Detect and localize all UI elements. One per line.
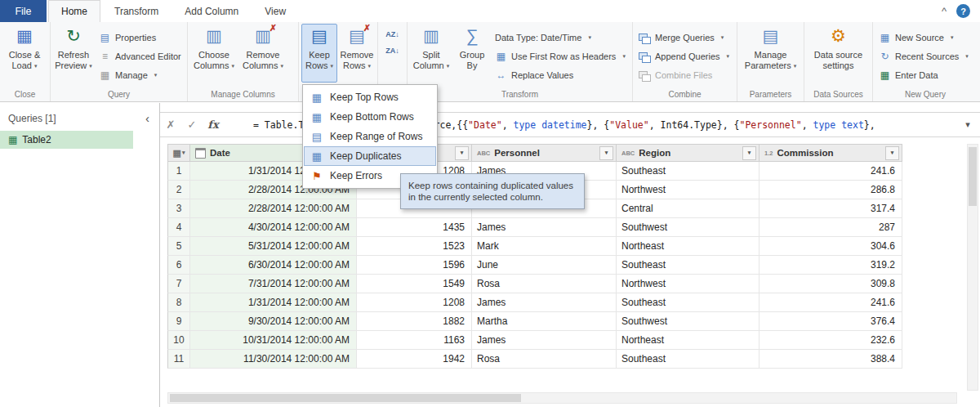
cell-region[interactable]: Northeast (617, 237, 760, 256)
cell-value[interactable]: 1596 (357, 256, 472, 275)
cell-personnel[interactable]: Martha (472, 312, 617, 331)
cell-commission[interactable]: 241.6 (760, 293, 902, 312)
row-number[interactable]: 2 (167, 181, 190, 199)
row-number[interactable]: 8 (167, 293, 190, 312)
manage-parameters-button[interactable]: ▤ Manage Parameters▾ (744, 24, 798, 83)
cell-region[interactable]: Southwest (617, 218, 760, 237)
cell-date[interactable]: 1/31/2014 12:00:00 AM (190, 293, 357, 312)
cell-commission[interactable]: 286.8 (760, 181, 902, 199)
cell-personnel[interactable]: June (472, 256, 617, 275)
cell-commission[interactable]: 376.4 (760, 312, 902, 331)
column-header-region[interactable]: ABC Region ▾ (617, 144, 760, 162)
cell-region[interactable]: Central (617, 199, 760, 218)
horizontal-scrollbar-thumb[interactable] (170, 394, 521, 402)
data-type-button[interactable]: Data Type: Date/Time ▾ (492, 29, 629, 46)
row-number[interactable]: 9 (167, 312, 190, 331)
tab-transform[interactable]: Transform (102, 0, 171, 22)
append-queries-button[interactable]: Append Queries ▾ (635, 47, 733, 65)
menu-item-keep-duplicates[interactable]: ▦ Keep Duplicates (304, 146, 436, 166)
cell-region[interactable]: Southeast (617, 350, 760, 369)
cell-commission[interactable]: 304.6 (760, 237, 902, 256)
cell-value[interactable]: 1435 (357, 218, 472, 237)
cell-commission[interactable]: 309.8 (760, 275, 902, 293)
cell-commission[interactable]: 388.4 (760, 350, 902, 369)
keep-rows-button[interactable]: ▤ Keep Rows▾ (301, 24, 337, 83)
cell-date[interactable]: 9/30/2014 12:00:00 AM (190, 312, 357, 331)
tab-add-column[interactable]: Add Column (172, 0, 251, 22)
filter-button[interactable]: ▾ (455, 146, 469, 160)
query-item-table2[interactable]: ▦ Table2 (0, 131, 133, 149)
horizontal-scrollbar[interactable] (167, 392, 957, 404)
cell-region[interactable]: Northwest (617, 181, 760, 199)
cell-date[interactable]: 4/30/2014 12:00:00 AM (190, 218, 357, 237)
cell-personnel[interactable]: Mark (472, 237, 617, 256)
cell-value[interactable]: 1163 (357, 331, 472, 350)
use-first-row-as-headers-button[interactable]: ▦ Use First Row as Headers ▾ (492, 47, 629, 65)
select-all-button[interactable]: ▦ ▾ (167, 144, 190, 162)
cell-commission[interactable]: 317.4 (760, 199, 902, 218)
sort-descending-button[interactable]: ZA↓ (381, 42, 404, 59)
tab-view[interactable]: View (252, 0, 298, 22)
cell-value[interactable]: 1882 (357, 312, 472, 331)
cell-date[interactable]: 10/31/2014 12:00:00 AM (190, 331, 357, 350)
cell-value[interactable]: 1208 (357, 293, 472, 312)
filter-button[interactable]: ▾ (885, 146, 899, 160)
sort-ascending-button[interactable]: AZ↓ (381, 26, 404, 42)
refresh-preview-button[interactable]: ↻ Refresh Preview▾ (53, 24, 94, 83)
group-by-button[interactable]: ∑ Group By (454, 24, 490, 83)
cell-date[interactable]: 11/30/2014 12:00:00 AM (190, 350, 357, 369)
tab-home[interactable]: Home (48, 0, 100, 23)
cell-date[interactable]: 5/31/2014 12:00:00 AM (190, 237, 357, 256)
cell-personnel[interactable]: James (472, 293, 617, 312)
close-and-load-button[interactable]: ▦ Close & Load▾ (2, 24, 47, 83)
vertical-scrollbar-thumb[interactable] (969, 147, 977, 206)
recent-sources-button[interactable]: ↻ Recent Sources ▾ (875, 47, 972, 65)
enter-data-button[interactable]: ▦ Enter Data (875, 66, 972, 83)
cell-personnel[interactable]: James (472, 218, 617, 237)
filter-button[interactable]: ▾ (742, 146, 756, 160)
cell-personnel[interactable]: Rosa (472, 350, 617, 369)
cell-commission[interactable]: 232.6 (760, 331, 902, 350)
cell-value[interactable]: 1523 (357, 237, 472, 256)
cell-date[interactable]: 7/31/2014 12:00:00 AM (190, 275, 357, 293)
cell-commission[interactable]: 319.2 (760, 256, 902, 275)
choose-columns-button[interactable]: ▥ Choose Columns▾ (190, 24, 238, 83)
formula-commit-icon[interactable]: ✓ (181, 119, 203, 131)
cell-date[interactable]: 2/28/2014 12:00:00 AM (190, 199, 357, 218)
cell-date[interactable]: 6/30/2014 12:00:00 AM (190, 256, 357, 275)
cell-region[interactable]: Southeast (617, 256, 760, 275)
cell-commission[interactable]: 241.6 (760, 162, 902, 181)
menu-item-keep-range-of-rows[interactable]: ▤ Keep Range of Rows (304, 127, 436, 146)
cell-personnel[interactable]: Rosa (472, 275, 617, 293)
file-menu-button[interactable]: File (0, 0, 47, 22)
cell-region[interactable]: Southeast (617, 293, 760, 312)
split-column-button[interactable]: ▥ Split Column▾ (410, 24, 452, 83)
formula-expand-icon[interactable]: ▾ (956, 119, 980, 130)
row-number[interactable]: 10 (167, 331, 190, 350)
manage-button[interactable]: ▦ Manage ▾ (96, 66, 185, 83)
row-number[interactable]: 11 (167, 350, 190, 369)
remove-columns-button[interactable]: ▥✗ Remove Columns▾ (239, 24, 287, 83)
row-number[interactable]: 4 (167, 218, 190, 237)
row-number[interactable]: 5 (167, 237, 190, 256)
cell-region[interactable]: Northeast (617, 331, 760, 350)
vertical-scrollbar[interactable] (967, 144, 978, 391)
menu-item-keep-bottom-rows[interactable]: ▦ Keep Bottom Rows (304, 107, 436, 127)
filter-button[interactable]: ▾ (599, 146, 613, 160)
combine-files-button[interactable]: Combine Files (635, 66, 733, 83)
remove-rows-button[interactable]: ▤✗ Remove Rows▾ (339, 24, 375, 83)
menu-item-keep-top-rows[interactable]: ▦ Keep Top Rows (304, 87, 436, 107)
advanced-editor-button[interactable]: ≡ Advanced Editor (96, 47, 185, 65)
row-number[interactable]: 3 (167, 199, 190, 218)
column-header-personnel[interactable]: ABC Personnel ▾ (472, 144, 617, 162)
help-icon[interactable]: ? (956, 4, 970, 18)
cell-region[interactable]: Southwest (617, 312, 760, 331)
cell-commission[interactable]: 287 (760, 218, 902, 237)
row-number[interactable]: 6 (167, 256, 190, 275)
formula-cancel-icon[interactable]: ✗ (160, 119, 181, 131)
cell-personnel[interactable]: James (472, 331, 617, 350)
cell-region[interactable]: Northwest (617, 275, 760, 293)
collapse-pane-icon[interactable]: ‹ (142, 114, 153, 123)
merge-queries-button[interactable]: Merge Queries ▾ (635, 29, 733, 46)
column-header-commission[interactable]: 1.2 Commission ▾ (760, 144, 902, 162)
